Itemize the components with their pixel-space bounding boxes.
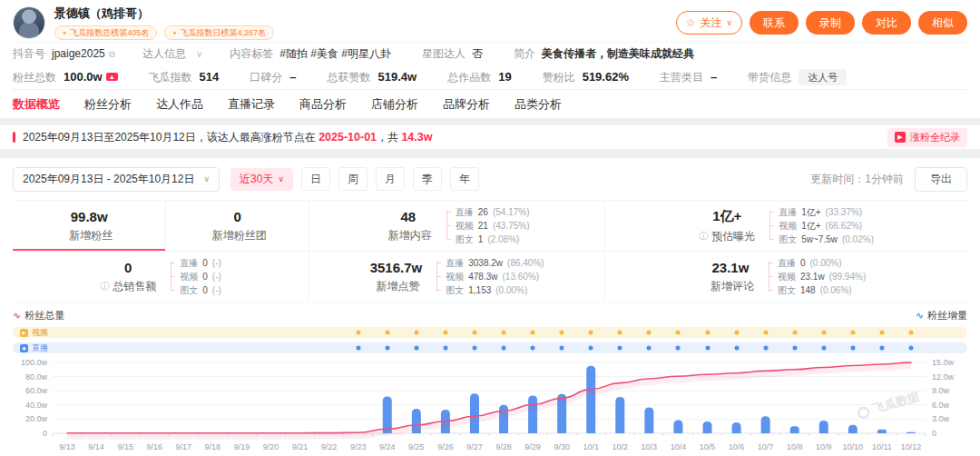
avatar bbox=[13, 6, 45, 39]
event-dot[interactable] bbox=[589, 346, 593, 351]
event-dot[interactable] bbox=[908, 331, 913, 335]
stat-value: 达人号 bbox=[799, 69, 847, 85]
metric-card[interactable]: 1亿+ ⓘ 预估曝光 直播 1亿+ (33.37%) bbox=[604, 201, 967, 251]
rank-badge: ● 飞瓜指数总榜第405名 bbox=[54, 25, 157, 40]
stat-item: 带货信息达人号 bbox=[748, 70, 847, 85]
date-range-select[interactable]: 2025年09月13日 - 2025年10月12日 ∨ bbox=[13, 167, 220, 192]
event-dot[interactable] bbox=[560, 331, 564, 335]
event-dot[interactable] bbox=[472, 331, 476, 335]
event-dot[interactable] bbox=[502, 346, 506, 351]
quick-range-label: 近30天 bbox=[240, 172, 273, 187]
action-button[interactable]: 对比 bbox=[862, 11, 911, 35]
event-dot[interactable] bbox=[763, 331, 768, 335]
tab[interactable]: 直播记录 bbox=[228, 96, 275, 113]
event-dot[interactable] bbox=[618, 331, 622, 335]
event-dot[interactable] bbox=[676, 331, 681, 335]
stat-item: 主营类目– bbox=[660, 70, 717, 85]
fan-growth-record-label: 涨粉全纪录 bbox=[910, 131, 960, 144]
metric-card[interactable]: 23.1w 新增评论 直播 0 (0.00%) bbox=[604, 252, 967, 302]
event-dot[interactable] bbox=[879, 331, 884, 335]
event-dot[interactable] bbox=[531, 346, 535, 351]
metric-card[interactable]: 3516.7w 新增点赞 直播 3038.2w (86.40%) bbox=[309, 252, 604, 302]
event-dot[interactable] bbox=[443, 346, 447, 351]
stat-value: 19 bbox=[498, 70, 511, 84]
tab[interactable]: 数据概览 bbox=[13, 96, 60, 113]
event-dot[interactable] bbox=[821, 331, 826, 335]
event-dot[interactable] bbox=[734, 346, 739, 351]
event-dot[interactable] bbox=[850, 346, 855, 351]
svg-text:40.0w: 40.0w bbox=[25, 401, 48, 410]
svg-text:9/17: 9/17 bbox=[176, 442, 192, 451]
event-dot[interactable] bbox=[705, 331, 710, 335]
event-dot[interactable] bbox=[443, 331, 447, 335]
info-icon: ⓘ bbox=[100, 280, 109, 292]
metric-center: 1亿+ ⓘ 预估曝光 bbox=[699, 208, 755, 244]
fan-growth-record-button[interactable]: ▶ 涨粉全纪录 bbox=[887, 128, 967, 147]
event-dot[interactable] bbox=[385, 331, 389, 335]
event-dot[interactable] bbox=[560, 346, 564, 351]
stat-label: 粉丝总数 bbox=[13, 71, 56, 84]
breakdown-row: 图文 148 (0.06%) bbox=[775, 284, 866, 296]
fans-combo-chart[interactable]: 0020.0w3.0w40.0w6.0w60.0w9.0w80.0w12.0w1… bbox=[13, 357, 967, 456]
event-dot[interactable] bbox=[705, 346, 710, 351]
account-info-item: 星图达人否 bbox=[422, 46, 486, 62]
event-dot[interactable] bbox=[763, 346, 768, 351]
granularity-button[interactable]: 年 bbox=[450, 167, 479, 191]
event-dot[interactable] bbox=[385, 346, 389, 351]
info-icon: ⓘ bbox=[699, 230, 708, 243]
rank-badge-label: 飞瓜指数总榜第405名 bbox=[70, 27, 149, 38]
event-dot[interactable] bbox=[647, 331, 652, 335]
stat-item: 口碑分– bbox=[250, 70, 296, 85]
svg-text:9/21: 9/21 bbox=[292, 442, 309, 451]
svg-text:9/16: 9/16 bbox=[146, 442, 162, 451]
event-dot[interactable] bbox=[414, 331, 418, 335]
tab[interactable]: 商品分析 bbox=[299, 96, 347, 113]
date-range-value: 2025年09月13日 - 2025年10月12日 bbox=[23, 172, 194, 187]
event-dot[interactable] bbox=[472, 346, 476, 351]
info-label: 内容标签 bbox=[230, 47, 273, 60]
svg-text:10/8: 10/8 bbox=[787, 442, 803, 451]
breakdown-row: 视频 0 (-) bbox=[177, 271, 221, 283]
event-dot[interactable] bbox=[647, 346, 652, 351]
event-dot[interactable] bbox=[734, 331, 739, 335]
event-dot[interactable] bbox=[356, 346, 360, 351]
event-dot[interactable] bbox=[850, 331, 855, 335]
event-dot[interactable] bbox=[589, 331, 593, 335]
event-dot[interactable] bbox=[821, 346, 826, 351]
granularity-button[interactable]: 周 bbox=[338, 167, 368, 191]
follow-button[interactable]: ☆ 关注 ∨ bbox=[676, 11, 742, 35]
svg-text:10/10: 10/10 bbox=[843, 442, 864, 451]
action-button[interactable]: 相似 bbox=[918, 11, 967, 35]
event-dot[interactable] bbox=[502, 331, 506, 335]
metric-card[interactable]: 99.8w 新增粉丝 bbox=[13, 201, 165, 251]
info-trailing-icon[interactable]: ∨ bbox=[196, 49, 202, 59]
quick-range-pill[interactable]: 近30天 ∨ bbox=[230, 168, 293, 191]
event-dot[interactable] bbox=[531, 331, 535, 335]
granularity-button[interactable]: 月 bbox=[376, 167, 405, 191]
metric-value: 48 bbox=[385, 209, 432, 224]
export-button[interactable]: 导出 bbox=[915, 167, 967, 192]
tab[interactable]: 达人作品 bbox=[156, 96, 203, 113]
tab[interactable]: 品类分析 bbox=[514, 96, 562, 113]
granularity-button[interactable]: 日 bbox=[301, 167, 330, 191]
info-trailing-icon[interactable]: ⧉ bbox=[109, 49, 115, 59]
hot-icon: ▲ bbox=[106, 73, 118, 81]
event-dot[interactable] bbox=[414, 346, 418, 351]
tab[interactable]: 品牌分析 bbox=[443, 96, 490, 113]
metric-card[interactable]: 48 新增内容 直播 26 (54.17%) bbox=[309, 201, 604, 251]
action-button[interactable]: 录制 bbox=[806, 11, 855, 35]
metric-card[interactable]: 0 ⓘ 总销售额 直播 0 (-) bbox=[13, 252, 309, 302]
action-button[interactable]: 联系 bbox=[750, 11, 799, 35]
event-dot[interactable] bbox=[792, 346, 797, 351]
metric-card[interactable]: 0 新增粉丝团 bbox=[165, 201, 309, 251]
event-dot[interactable] bbox=[908, 346, 913, 351]
event-dot[interactable] bbox=[792, 331, 797, 335]
tab[interactable]: 店铺分析 bbox=[371, 96, 418, 113]
event-dot[interactable] bbox=[356, 331, 360, 335]
event-dot[interactable] bbox=[879, 346, 884, 351]
svg-text:9/28: 9/28 bbox=[495, 442, 512, 451]
granularity-button[interactable]: 季 bbox=[413, 167, 442, 191]
tab[interactable]: 粉丝分析 bbox=[84, 96, 132, 113]
event-dot[interactable] bbox=[618, 346, 622, 351]
event-dot[interactable] bbox=[676, 346, 681, 351]
